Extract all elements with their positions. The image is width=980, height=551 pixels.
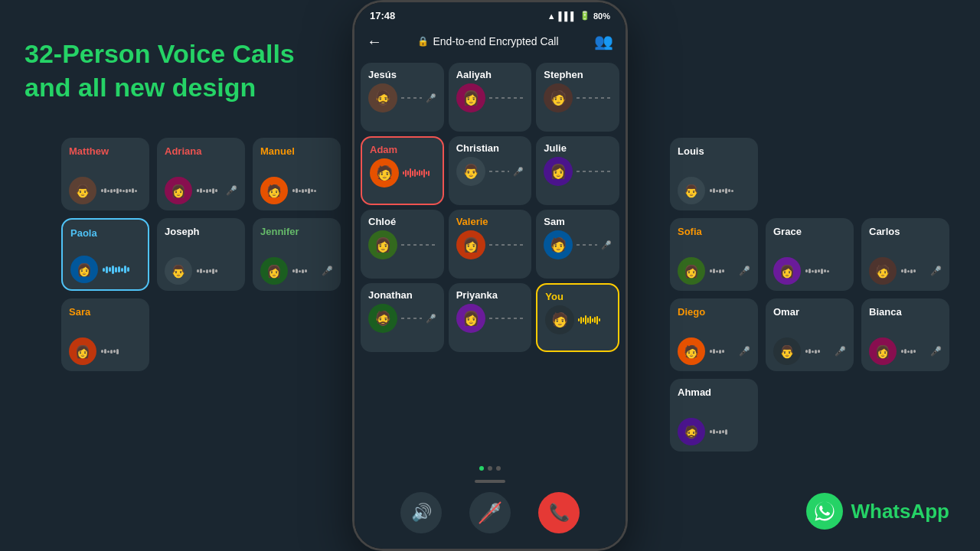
grid-mic-sam: 🎤 xyxy=(601,240,612,250)
whatsapp-icon xyxy=(806,493,843,530)
bg-card-grace: Grace 👩 xyxy=(766,218,854,291)
call-header: ← 🔒 End-to-end Encrypted Call 👥 xyxy=(354,26,626,58)
grid-name-you: You xyxy=(545,291,610,302)
grid-avatar-jonathan: 🧔 xyxy=(368,304,397,333)
mute-button[interactable]: 🎤 xyxy=(469,492,511,533)
phone-frame: 17:48 ▲ ▌▌▌ 🔋 80% ← 🔒 End-to-end Encrypt… xyxy=(352,0,628,551)
grid-card-jonathan: Jonathan 🧔 🎤 xyxy=(361,283,444,352)
bg-wave-jennifer xyxy=(292,266,317,276)
grid-name-stephen: Stephen xyxy=(544,69,612,80)
bg-wave-diego xyxy=(710,346,734,357)
scroll-dots xyxy=(479,466,501,471)
bg-card-diego: Diego 🧑 🎤 xyxy=(670,298,758,371)
grid-name-adam: Adam xyxy=(370,144,435,155)
bg-avatar-omar: 👨 xyxy=(773,337,801,365)
bg-right-row-1: Louis 👨 xyxy=(670,138,949,210)
grid-avatar-valerie: 👩 xyxy=(456,230,485,259)
bg-avatar-manuel: 🧑 xyxy=(260,177,288,204)
bg-name-paola: Paola xyxy=(70,227,140,239)
signal-icon: ▌▌▌ xyxy=(559,11,577,21)
call-controls: 🔊 🎤 📞 xyxy=(354,457,626,549)
bg-name-joseph: Joseph xyxy=(165,226,237,237)
battery-icon: 🔋 xyxy=(580,11,590,21)
bg-name-jennifer: Jennifer xyxy=(260,226,333,237)
grid-dots-jesus xyxy=(401,97,422,99)
bg-name-bianca: Bianca xyxy=(869,306,942,318)
bg-mic-jennifer: 🎤 xyxy=(322,266,333,276)
lock-icon: 🔒 xyxy=(417,36,429,47)
grid-dots-stephen xyxy=(577,97,612,99)
bg-wave-manuel xyxy=(292,185,333,196)
bg-avatar-carlos: 🧑 xyxy=(869,257,897,285)
add-participant-icon[interactable]: 👥 xyxy=(594,32,613,51)
grid-wave-adam xyxy=(403,168,435,178)
bg-card-louis: Louis 👨 xyxy=(670,138,758,210)
hero-text: 32-Person Voice Calls and all new design xyxy=(24,37,295,104)
scroll-dot-3 xyxy=(496,466,501,471)
grid-card-julie: Julie 👩 xyxy=(536,136,619,205)
bg-card-ahmad: Ahmad 🧔 xyxy=(670,379,758,452)
back-button[interactable]: ← xyxy=(367,33,382,51)
end-call-button[interactable]: 📞 xyxy=(538,492,580,533)
grid-card-valerie: Valerie 👩 xyxy=(449,210,532,279)
bg-wave-sara xyxy=(101,346,142,357)
bg-avatar-sofia: 👩 xyxy=(678,257,705,285)
bg-row-2: Paola 👩 Joseph 👨 Jennifer 👩 xyxy=(61,218,341,291)
grid-name-sam: Sam xyxy=(544,216,612,227)
grid-mic-christian: 🎤 xyxy=(513,167,524,177)
hero-line2: and all new design xyxy=(24,70,295,104)
bg-avatar-matthew: 👨 xyxy=(69,177,96,204)
status-bar: 17:48 ▲ ▌▌▌ 🔋 80% xyxy=(354,2,626,26)
bg-wave-ahmad xyxy=(710,426,750,437)
bg-card-joseph: Joseph 👨 xyxy=(157,218,245,291)
scroll-handle xyxy=(475,480,505,483)
bg-name-sofia: Sofia xyxy=(678,226,750,237)
bg-avatar-paola: 👩 xyxy=(70,256,98,283)
bg-card-matthew: Matthew 👨 xyxy=(61,138,149,210)
speaker-button[interactable]: 🔊 xyxy=(400,492,442,533)
bg-wave-adriana xyxy=(197,185,221,196)
wifi-icon: ▲ xyxy=(547,11,556,21)
grid-avatar-sam: 🧑 xyxy=(544,230,573,259)
status-icons: ▲ ▌▌▌ 🔋 80% xyxy=(547,11,610,21)
grid-name-aaliyah: Aaliyah xyxy=(456,69,524,80)
bg-avatar-grace: 👩 xyxy=(773,257,801,285)
bg-avatar-sara: 👩 xyxy=(69,337,96,365)
grid-mic-jesus: 🎤 xyxy=(426,93,436,103)
bg-wave-louis xyxy=(710,185,750,196)
grid-card-jesus: Jesús 🧔 🎤 xyxy=(361,63,444,132)
bg-name-grace: Grace xyxy=(773,226,846,237)
whatsapp-label: WhatsApp xyxy=(851,500,949,523)
bg-right-row-4: Ahmad 🧔 xyxy=(670,379,949,452)
grid-dots-jonathan xyxy=(401,318,422,319)
grid-name-jesus: Jesús xyxy=(368,69,436,80)
bg-mic-sofia: 🎤 xyxy=(739,266,750,276)
grid-card-you: You 🧑 xyxy=(536,283,619,352)
bg-name-omar: Omar xyxy=(773,306,846,318)
bg-wave-sofia xyxy=(710,266,734,276)
bg-wave-joseph xyxy=(197,266,237,276)
bg-name-matthew: Matthew xyxy=(69,145,142,157)
call-title-text: End-to-end Encrypted Call xyxy=(433,35,558,47)
grid-dots-priyanka xyxy=(489,318,524,319)
bg-name-sara: Sara xyxy=(69,306,142,318)
grid-dots-julie xyxy=(577,171,612,172)
grid-dots-valerie xyxy=(489,244,524,246)
bg-avatar-louis: 👨 xyxy=(678,177,705,204)
bg-avatar-adriana: 👩 xyxy=(165,177,192,204)
battery-pct: 80% xyxy=(593,11,610,21)
bg-mic-bianca: 🎤 xyxy=(930,346,942,357)
bg-mic-omar: 🎤 xyxy=(835,346,846,357)
grid-avatar-aaliyah: 👩 xyxy=(456,83,485,112)
bg-card-manuel: Manuel 🧑 xyxy=(253,138,341,210)
bg-card-adriana: Adriana 👩 🎤 xyxy=(157,138,245,210)
grid-dots-christian xyxy=(489,171,510,172)
bg-wave-grace xyxy=(805,266,846,276)
hero-line1: 32-Person Voice Calls xyxy=(24,37,295,70)
grid-name-christian: Christian xyxy=(456,142,524,154)
bg-avatar-diego: 🧑 xyxy=(678,337,705,365)
bg-card-omar: Omar 👨 🎤 xyxy=(766,298,854,371)
bg-card-jennifer: Jennifer 👩 🎤 xyxy=(253,218,341,291)
scroll-dot-1 xyxy=(479,466,484,471)
bg-wave-paola xyxy=(103,264,140,275)
